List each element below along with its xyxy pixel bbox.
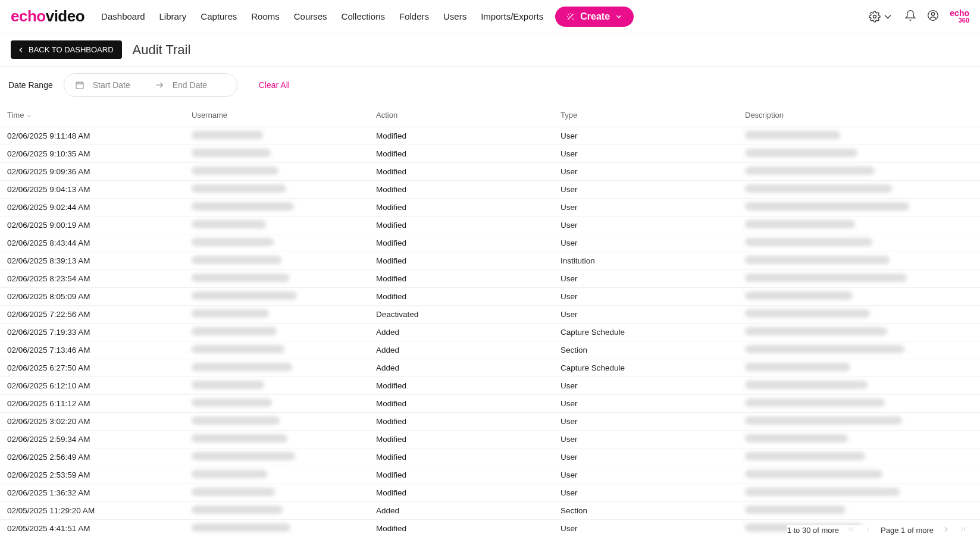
nav-dashboard[interactable]: Dashboard bbox=[101, 11, 145, 21]
col-header-type[interactable]: Type bbox=[553, 111, 738, 120]
table-row[interactable]: 02/06/2025 6:12:10 AMModifiedUser bbox=[0, 377, 980, 395]
col-header-description[interactable]: Description bbox=[738, 111, 980, 120]
cell-description bbox=[738, 309, 980, 319]
table-row[interactable]: 02/06/2025 8:43:44 AMModifiedUser bbox=[0, 234, 980, 252]
cell-type: User bbox=[553, 435, 738, 444]
col-header-time[interactable]: Time bbox=[0, 111, 184, 120]
date-range-picker[interactable] bbox=[64, 73, 237, 97]
nav-collections[interactable]: Collections bbox=[342, 11, 385, 21]
nav-imports-exports[interactable]: Imports/Exports bbox=[481, 11, 543, 21]
cell-username bbox=[184, 220, 369, 230]
table-row[interactable]: 02/06/2025 2:53:59 AMModifiedUser bbox=[0, 466, 980, 484]
table-row[interactable]: 02/06/2025 9:02:44 AMModifiedUser bbox=[0, 199, 980, 216]
table-row[interactable]: 02/06/2025 8:39:13 AMModifiedInstitution bbox=[0, 252, 980, 270]
cell-type: Institution bbox=[553, 256, 738, 265]
table-row[interactable]: 02/06/2025 9:10:35 AMModifiedUser bbox=[0, 145, 980, 163]
cell-description bbox=[738, 131, 980, 141]
svg-rect-3 bbox=[76, 82, 83, 89]
cell-username bbox=[184, 167, 369, 177]
cell-time: 02/06/2025 6:27:50 AM bbox=[0, 363, 184, 372]
cell-time: 02/06/2025 8:05:09 AM bbox=[0, 292, 184, 301]
echo360-logo[interactable]: echo360 bbox=[950, 9, 969, 24]
cell-type: User bbox=[553, 381, 738, 390]
cell-description bbox=[738, 506, 980, 516]
pagination-page: Page 1 of more bbox=[881, 526, 934, 535]
nav-courses[interactable]: Courses bbox=[294, 11, 327, 21]
cell-username bbox=[184, 256, 369, 266]
table-row[interactable]: 02/06/2025 2:56:49 AMModifiedUser bbox=[0, 448, 980, 466]
table-row[interactable]: 02/06/2025 9:04:13 AMModifiedUser bbox=[0, 181, 980, 199]
table-row[interactable]: 02/06/2025 7:22:56 AMDeactivatedUser bbox=[0, 306, 980, 324]
page-next-button[interactable] bbox=[942, 525, 950, 535]
table-row[interactable]: 02/06/2025 9:11:48 AMModifiedUser bbox=[0, 127, 980, 145]
table-row[interactable]: 02/06/2025 1:36:32 AMModifiedUser bbox=[0, 484, 980, 502]
page-prev-button[interactable] bbox=[864, 525, 872, 535]
bell-icon bbox=[904, 10, 916, 21]
table-row[interactable]: 02/06/2025 7:19:33 AMAddedCapture Schedu… bbox=[0, 324, 980, 341]
page-last-button[interactable] bbox=[959, 525, 967, 535]
redacted-username bbox=[192, 452, 295, 460]
sub-header: BACK TO DASHBOARD Audit Trail bbox=[0, 33, 980, 67]
clear-all-link[interactable]: Clear All bbox=[259, 80, 290, 90]
cell-description bbox=[738, 470, 980, 480]
table-row[interactable]: 02/06/2025 7:13:46 AMAddedSection bbox=[0, 341, 980, 359]
redacted-description bbox=[745, 452, 865, 460]
cell-time: 02/05/2025 11:29:20 AM bbox=[0, 506, 184, 515]
horizontal-scrollbar[interactable] bbox=[0, 536, 980, 546]
cell-username bbox=[184, 434, 369, 444]
back-label: BACK TO DASHBOARD bbox=[29, 45, 114, 54]
cell-action: Modified bbox=[369, 292, 553, 301]
redacted-description bbox=[745, 309, 870, 318]
redacted-username bbox=[192, 220, 266, 228]
table-row[interactable]: 02/06/2025 8:05:09 AMModifiedUser bbox=[0, 288, 980, 306]
cell-type: User bbox=[553, 185, 738, 194]
cell-type: Capture Schedule bbox=[553, 363, 738, 372]
logo[interactable]: echovideo bbox=[11, 7, 84, 26]
nav-captures[interactable]: Captures bbox=[201, 11, 237, 21]
chevron-left-icon bbox=[864, 525, 872, 534]
cell-type: User bbox=[553, 167, 738, 176]
table-row[interactable]: 02/06/2025 6:11:12 AMModifiedUser bbox=[0, 395, 980, 413]
cell-time: 02/06/2025 8:23:54 AM bbox=[0, 274, 184, 283]
redacted-description bbox=[745, 291, 853, 300]
cell-action: Modified bbox=[369, 149, 553, 158]
end-date-input[interactable] bbox=[173, 80, 226, 90]
redacted-username bbox=[192, 488, 275, 496]
nav-library[interactable]: Library bbox=[159, 11, 187, 21]
col-header-username[interactable]: Username bbox=[184, 111, 369, 120]
back-to-dashboard-button[interactable]: BACK TO DASHBOARD bbox=[11, 40, 122, 59]
table-row[interactable]: 02/06/2025 9:09:36 AMModifiedUser bbox=[0, 163, 980, 181]
table-row[interactable]: 02/06/2025 6:27:50 AMAddedCapture Schedu… bbox=[0, 359, 980, 377]
redacted-description bbox=[745, 274, 907, 282]
account-button[interactable] bbox=[927, 10, 939, 24]
col-header-action[interactable]: Action bbox=[369, 111, 553, 120]
cell-time: 02/06/2025 6:12:10 AM bbox=[0, 381, 184, 390]
settings-dropdown[interactable] bbox=[869, 11, 894, 23]
table-row[interactable]: 02/06/2025 9:00:19 AMModifiedUser bbox=[0, 216, 980, 234]
table-row[interactable]: 02/06/2025 8:23:54 AMModifiedUser bbox=[0, 270, 980, 288]
cell-type: User bbox=[553, 488, 738, 497]
table-row[interactable]: 02/06/2025 3:02:20 AMModifiedUser bbox=[0, 413, 980, 431]
arrow-right-icon bbox=[155, 80, 164, 90]
page-first-button[interactable] bbox=[847, 525, 856, 535]
create-button[interactable]: Create bbox=[555, 7, 634, 27]
redacted-username bbox=[192, 345, 284, 353]
nav-users[interactable]: Users bbox=[443, 11, 466, 21]
table-row[interactable]: 02/06/2025 2:59:34 AMModifiedUser bbox=[0, 431, 980, 448]
nav-folders[interactable]: Folders bbox=[399, 11, 429, 21]
cell-type: User bbox=[553, 470, 738, 479]
redacted-username bbox=[192, 238, 274, 246]
table-row[interactable]: 02/05/2025 11:29:20 AMAddedSection bbox=[0, 502, 980, 520]
nav-rooms[interactable]: Rooms bbox=[251, 11, 280, 21]
logo-part2: video bbox=[46, 7, 84, 26]
create-label: Create bbox=[580, 11, 610, 22]
cell-action: Modified bbox=[369, 381, 553, 390]
table-scroll[interactable]: Time Username Action Type Description 02… bbox=[0, 103, 980, 535]
redacted-description bbox=[745, 149, 857, 157]
notifications-button[interactable] bbox=[904, 10, 916, 24]
cell-description bbox=[738, 291, 980, 302]
cell-action: Modified bbox=[369, 470, 553, 479]
start-date-input[interactable] bbox=[93, 80, 146, 90]
cell-description bbox=[738, 434, 980, 444]
cell-time: 02/06/2025 9:00:19 AM bbox=[0, 221, 184, 230]
